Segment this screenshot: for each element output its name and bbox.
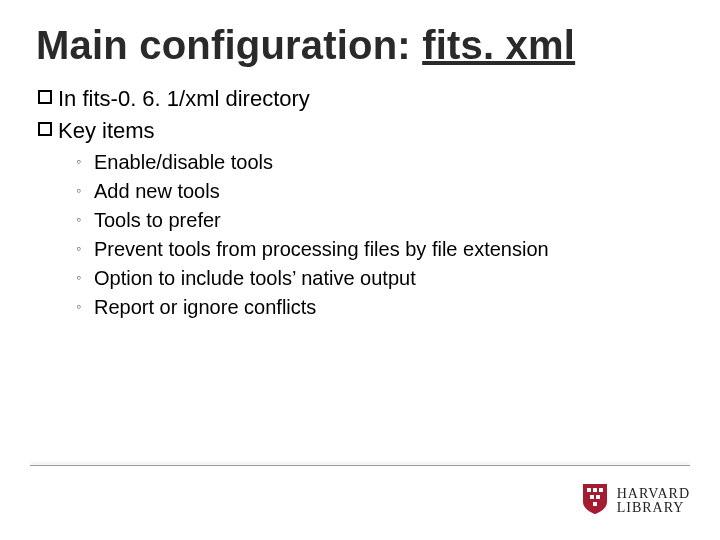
svg-rect-2 — [587, 488, 591, 492]
title-plain: Main configuration: — [36, 23, 422, 67]
sub-bullet-text: Prevent tools from processing files by f… — [94, 236, 684, 263]
harvard-library-logo: HARVARD LIBRARY — [581, 482, 690, 520]
square-bullet-icon — [38, 116, 58, 136]
ring-bullet-icon: ◦ — [76, 178, 94, 200]
square-bullet-icon — [38, 84, 58, 104]
logo-line2: LIBRARY — [617, 501, 690, 515]
logo-text: HARVARD LIBRARY — [617, 487, 690, 515]
sub-bullet-text: Option to include tools’ native output — [94, 265, 684, 292]
list-item: ◦ Add new tools — [76, 178, 684, 205]
list-item: ◦ Report or ignore conflicts — [76, 294, 684, 321]
list-item: ◦ Option to include tools’ native output — [76, 265, 684, 292]
sub-bullet-text: Add new tools — [94, 178, 684, 205]
ring-bullet-icon: ◦ — [76, 236, 94, 258]
bullet-text: Key items — [58, 116, 684, 146]
list-item: ◦ Enable/disable tools — [76, 149, 684, 176]
ring-bullet-icon: ◦ — [76, 294, 94, 316]
list-item: ◦ Tools to prefer — [76, 207, 684, 234]
bullet-item: In fits-0. 6. 1/xml directory — [38, 84, 684, 114]
svg-rect-6 — [596, 495, 600, 499]
sub-bullet-text: Enable/disable tools — [94, 149, 684, 176]
title-link: fits. xml — [422, 23, 575, 67]
sub-bullet-text: Tools to prefer — [94, 207, 684, 234]
slide-title: Main configuration: fits. xml — [36, 22, 684, 68]
shield-icon — [581, 482, 609, 520]
bullet-item: Key items — [38, 116, 684, 146]
slide: Main configuration: fits. xml In fits-0.… — [0, 0, 720, 540]
svg-rect-4 — [599, 488, 603, 492]
svg-rect-0 — [39, 91, 51, 103]
svg-rect-7 — [593, 502, 597, 506]
ring-bullet-icon: ◦ — [76, 149, 94, 171]
ring-bullet-icon: ◦ — [76, 207, 94, 229]
svg-rect-5 — [590, 495, 594, 499]
bullet-text: In fits-0. 6. 1/xml directory — [58, 84, 684, 114]
list-item: ◦ Prevent tools from processing files by… — [76, 236, 684, 263]
sub-bullet-list: ◦ Enable/disable tools ◦ Add new tools ◦… — [76, 149, 684, 321]
logo-line1: HARVARD — [617, 487, 690, 501]
svg-rect-1 — [39, 123, 51, 135]
ring-bullet-icon: ◦ — [76, 265, 94, 287]
svg-rect-3 — [593, 488, 597, 492]
horizontal-divider — [30, 465, 690, 466]
sub-bullet-text: Report or ignore conflicts — [94, 294, 684, 321]
